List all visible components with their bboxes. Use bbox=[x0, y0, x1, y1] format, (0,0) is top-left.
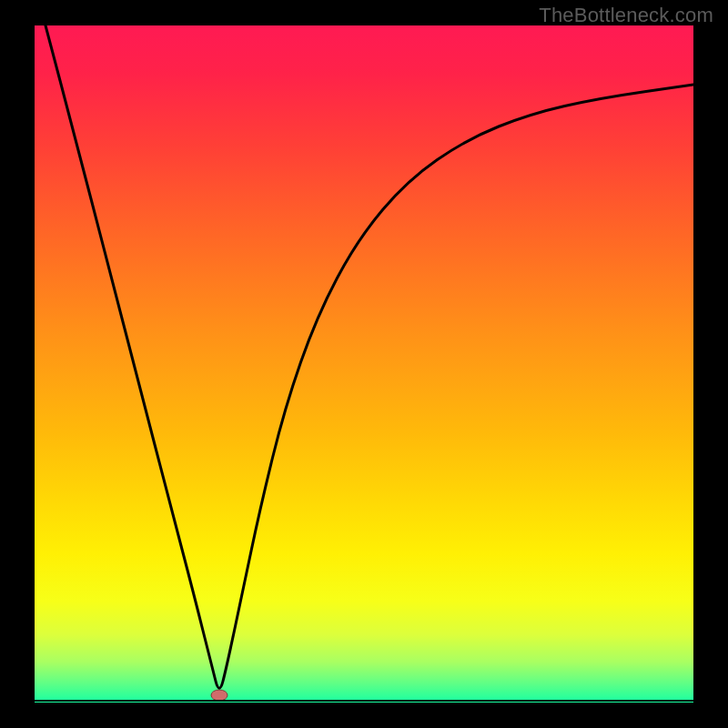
watermark-text: TheBottleneck.com bbox=[539, 4, 713, 27]
plot-area bbox=[35, 25, 693, 703]
minimum-marker bbox=[211, 690, 228, 701]
chart-frame: TheBottleneck.com bbox=[0, 0, 728, 728]
plot-svg bbox=[35, 25, 693, 703]
